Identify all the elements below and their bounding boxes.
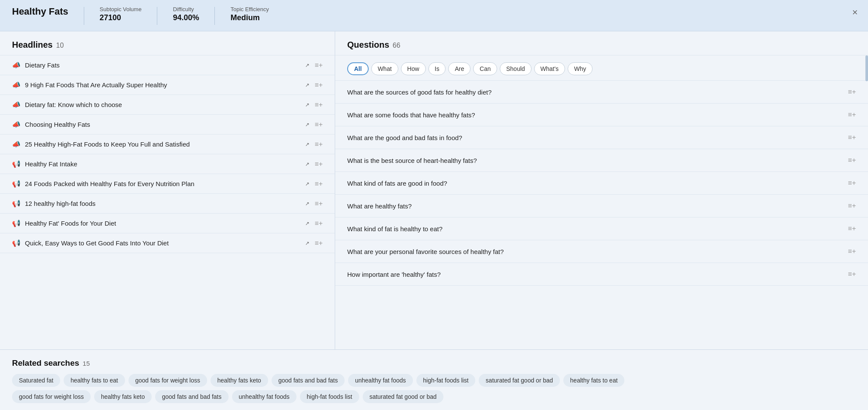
external-link-icon: ↗ — [305, 62, 309, 68]
question-item[interactable]: What are some foods that have healthy fa… — [335, 104, 868, 126]
related-tag[interactable]: good fats and bad fats — [155, 390, 229, 403]
question-item[interactable]: How important are 'healthy' fats? ≡+ — [335, 263, 868, 286]
add-list-icon[interactable]: ≡+ — [848, 134, 856, 141]
subtopic-volume-value: 27100 — [100, 13, 142, 22]
question-text: What kind of fats are good in food? — [347, 180, 843, 187]
difficulty-value: 94.00% — [173, 13, 199, 22]
headline-item[interactable]: 📣 Dietary Fats ↗ ≡+ — [0, 55, 335, 75]
question-item[interactable]: What kind of fat is healthy to eat? ≡+ — [335, 217, 868, 240]
question-item[interactable]: What are the sources of good fats for he… — [335, 81, 868, 104]
headline-text: Healthy Fat Intake — [25, 160, 303, 168]
scrollbar-thumb[interactable] — [865, 55, 868, 81]
related-tag[interactable]: healthy fats to eat — [64, 374, 125, 387]
add-list-icon[interactable]: ≡+ — [315, 121, 323, 129]
filter-how[interactable]: How — [401, 62, 426, 75]
related-tag[interactable]: saturated fat good or bad — [363, 390, 443, 403]
related-tag[interactable]: unhealthy fat foods — [232, 390, 296, 403]
question-item[interactable]: What are healthy fats? ≡+ — [335, 195, 868, 217]
related-tag[interactable]: good fats and bad fats — [272, 374, 345, 387]
related-tag[interactable]: good fats for weight loss — [128, 374, 207, 387]
headline-item[interactable]: 📢 Healthy Fat' Foods for Your Diet ↗ ≡+ — [0, 214, 335, 233]
close-button[interactable]: × — [852, 7, 858, 18]
megaphone-icon: 📣 — [12, 81, 21, 89]
add-list-icon[interactable]: ≡+ — [315, 61, 323, 69]
related-tag[interactable]: healthy fats keto — [94, 390, 152, 403]
question-item[interactable]: What are your personal favorite sources … — [335, 240, 868, 263]
headline-list: 📣 Dietary Fats ↗ ≡+ 📣 9 High Fat Foods T… — [0, 55, 335, 253]
external-link-icon: ↗ — [305, 141, 309, 147]
difficulty-label: Difficulty — [173, 6, 199, 12]
related-tag[interactable]: high-fat foods list — [416, 374, 476, 387]
headline-item[interactable]: 📣 Dietary fat: Know which to choose ↗ ≡+ — [0, 95, 335, 115]
filter-whats[interactable]: What's — [534, 62, 565, 75]
related-tag[interactable]: healthy fats keto — [211, 374, 268, 387]
filter-all[interactable]: All — [347, 62, 369, 75]
headline-item[interactable]: 📢 12 healthy high-fat foods ↗ ≡+ — [0, 194, 335, 214]
megaphone-icon: 📢 — [12, 219, 21, 227]
add-list-icon[interactable]: ≡+ — [848, 179, 856, 187]
question-item[interactable]: What is the best source of heart-healthy… — [335, 149, 868, 172]
headline-item[interactable]: 📣 9 High Fat Foods That Are Actually Sup… — [0, 75, 335, 95]
add-list-icon[interactable]: ≡+ — [848, 202, 856, 210]
add-list-icon[interactable]: ≡+ — [315, 81, 323, 89]
related-tag[interactable]: Saturated fat — [12, 374, 60, 387]
tag-row-2: good fats for weight loss healthy fats k… — [12, 390, 856, 403]
question-text: What are healthy fats? — [347, 202, 843, 210]
related-tag[interactable]: healthy fats to eat — [563, 374, 625, 387]
difficulty-stat: Difficulty 94.00% — [173, 6, 199, 22]
add-list-icon[interactable]: ≡+ — [315, 220, 323, 227]
headline-item[interactable]: 📢 24 Foods Packed with Healthy Fats for … — [0, 174, 335, 194]
main-content: Headlines 10 📣 Dietary Fats ↗ ≡+ 📣 9 Hig… — [0, 31, 868, 349]
headline-text: Dietary Fats — [25, 61, 303, 69]
filter-is[interactable]: Is — [428, 62, 446, 75]
filter-what[interactable]: What — [371, 62, 398, 75]
megaphone-icon: 📣 — [12, 120, 21, 129]
tag-rows: Saturated fat healthy fats to eat good f… — [12, 374, 856, 403]
add-list-icon[interactable]: ≡+ — [315, 141, 323, 148]
related-searches-content: Related searches 15 Saturated fat health… — [0, 349, 868, 410]
add-list-icon[interactable]: ≡+ — [315, 239, 323, 247]
add-list-icon[interactable]: ≡+ — [848, 270, 856, 278]
headline-text: 24 Foods Packed with Healthy Fats for Ev… — [25, 180, 303, 187]
megaphone-icon: 📣 — [12, 101, 21, 109]
filter-can[interactable]: Can — [473, 62, 497, 75]
headline-text: 12 healthy high-fat foods — [25, 200, 303, 207]
related-tag[interactable]: saturated fat good or bad — [479, 374, 559, 387]
related-tag[interactable]: high-fat foods list — [300, 390, 359, 403]
add-list-icon[interactable]: ≡+ — [315, 180, 323, 188]
related-tag[interactable]: unhealthy fat foods — [348, 374, 413, 387]
headline-text: 25 Healthy High-Fat Foods to Keep You Fu… — [25, 141, 303, 148]
filter-why[interactable]: Why — [568, 62, 593, 75]
add-list-icon[interactable]: ≡+ — [315, 160, 323, 168]
related-tag[interactable]: good fats for weight loss — [12, 390, 91, 403]
add-list-icon[interactable]: ≡+ — [848, 248, 856, 255]
header-divider-3 — [214, 7, 215, 25]
headline-item[interactable]: 📣 Choosing Healthy Fats ↗ ≡+ — [0, 115, 335, 135]
header-divider-2 — [157, 7, 157, 25]
add-list-icon[interactable]: ≡+ — [848, 111, 856, 119]
add-list-icon[interactable]: ≡+ — [848, 88, 856, 96]
questions-header: Questions 66 — [335, 31, 868, 55]
add-list-icon[interactable]: ≡+ — [848, 225, 856, 233]
headline-item[interactable]: 📢 Quick, Easy Ways to Get Good Fats Into… — [0, 233, 335, 253]
external-link-icon: ↗ — [305, 161, 309, 167]
headline-item[interactable]: 📢 Healthy Fat Intake ↗ ≡+ — [0, 154, 335, 174]
add-list-icon[interactable]: ≡+ — [315, 101, 323, 109]
headline-text: Choosing Healthy Fats — [25, 121, 303, 128]
megaphone-icon: 📣 — [12, 61, 21, 69]
headline-item[interactable]: 📣 25 Healthy High-Fat Foods to Keep You … — [0, 135, 335, 154]
add-list-icon[interactable]: ≡+ — [315, 200, 323, 208]
headlines-count: 10 — [56, 42, 64, 49]
header: Healthy Fats Subtopic Volume 27100 Diffi… — [0, 0, 868, 31]
questions-title: Questions — [347, 40, 389, 50]
filter-should[interactable]: Should — [500, 62, 532, 75]
filter-are[interactable]: Are — [448, 62, 471, 75]
question-item[interactable]: What are the good and bad fats in food? … — [335, 126, 868, 149]
related-searches-section: Related searches 15 Saturated fat health… — [0, 349, 868, 410]
topic-efficiency-value: Medium — [230, 13, 269, 22]
external-link-icon: ↗ — [305, 181, 309, 187]
question-item[interactable]: What kind of fats are good in food? ≡+ — [335, 172, 868, 195]
add-list-icon[interactable]: ≡+ — [848, 156, 856, 164]
headline-text: Quick, Easy Ways to Get Good Fats Into Y… — [25, 239, 303, 247]
questions-panel: Questions 66 All What How Is Are Can Sho… — [335, 31, 868, 349]
